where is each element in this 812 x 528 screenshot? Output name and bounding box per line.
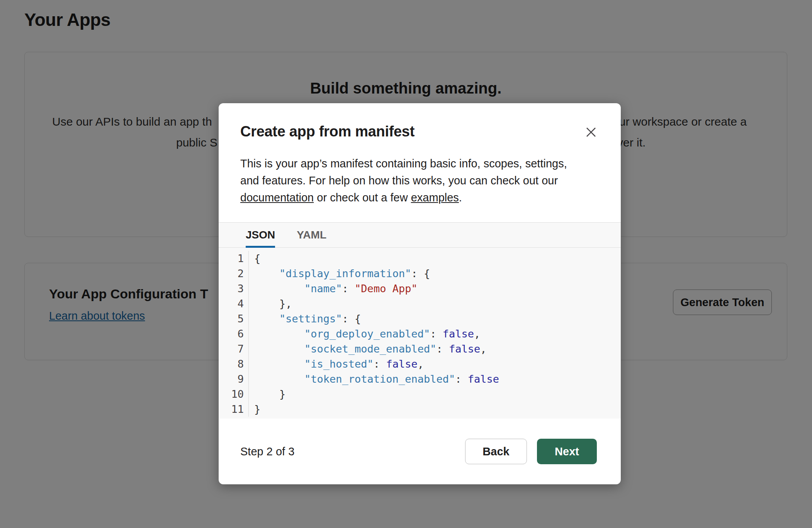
code-text: "display_information": { — [249, 266, 430, 281]
line-number: 1 — [219, 251, 249, 266]
description-text: This is your app’s manifest containing b… — [240, 157, 567, 187]
code-line: 2 "display_information": { — [219, 266, 621, 281]
code-line: 8 "is_hosted": false, — [219, 356, 621, 371]
tab-yaml[interactable]: YAML — [297, 223, 326, 247]
modal-description: This is your app’s manifest containing b… — [219, 140, 609, 206]
code-line: 9 "token_rotation_enabled": false — [219, 371, 621, 387]
step-indicator: Step 2 of 3 — [240, 445, 294, 458]
line-number: 5 — [219, 311, 249, 326]
code-text: "org_deploy_enabled": false, — [249, 326, 480, 341]
modal-title: Create app from manifest — [240, 123, 414, 140]
code-line: 4 }, — [219, 296, 621, 311]
close-button[interactable] — [583, 124, 599, 140]
description-text: or check out a few — [314, 191, 411, 204]
line-number: 8 — [219, 356, 249, 371]
line-number: 4 — [219, 296, 249, 311]
line-number: 2 — [219, 266, 249, 281]
back-button[interactable]: Back — [465, 439, 527, 464]
manifest-format-tabs: JSON YAML — [219, 222, 621, 248]
code-text: "name": "Demo App" — [249, 281, 418, 296]
code-text: "is_hosted": false, — [249, 356, 424, 371]
code-line: 5 "settings": { — [219, 311, 621, 326]
line-number: 6 — [219, 326, 249, 341]
code-text: }, — [249, 296, 292, 311]
line-number: 9 — [219, 371, 249, 387]
code-line: 3 "name": "Demo App" — [219, 281, 621, 296]
code-line: 10 } — [219, 387, 621, 402]
code-text: { — [249, 251, 260, 266]
documentation-link[interactable]: documentation — [240, 191, 314, 204]
manifest-code-editor[interactable]: 1{2 "display_information": {3 "name": "D… — [219, 248, 621, 419]
code-text: "settings": { — [249, 311, 361, 326]
code-text: "token_rotation_enabled": false — [249, 371, 499, 387]
line-number: 3 — [219, 281, 249, 296]
code-line: 1{ — [219, 251, 621, 266]
code-line: 11} — [219, 402, 621, 417]
line-number: 11 — [219, 402, 249, 417]
next-button[interactable]: Next — [537, 439, 597, 464]
create-app-from-manifest-modal: Create app from manifest This is your ap… — [219, 103, 621, 484]
code-text: } — [249, 387, 285, 402]
code-line: 7 "socket_mode_enabled": false, — [219, 341, 621, 356]
tab-json[interactable]: JSON — [246, 223, 275, 247]
line-number: 10 — [219, 387, 249, 402]
code-line: 6 "org_deploy_enabled": false, — [219, 326, 621, 341]
line-number: 7 — [219, 341, 249, 356]
close-icon — [584, 134, 598, 140]
code-text: "socket_mode_enabled": false, — [249, 341, 486, 356]
code-text: } — [249, 402, 260, 417]
description-text: . — [459, 191, 462, 204]
examples-link[interactable]: examples — [411, 191, 459, 204]
